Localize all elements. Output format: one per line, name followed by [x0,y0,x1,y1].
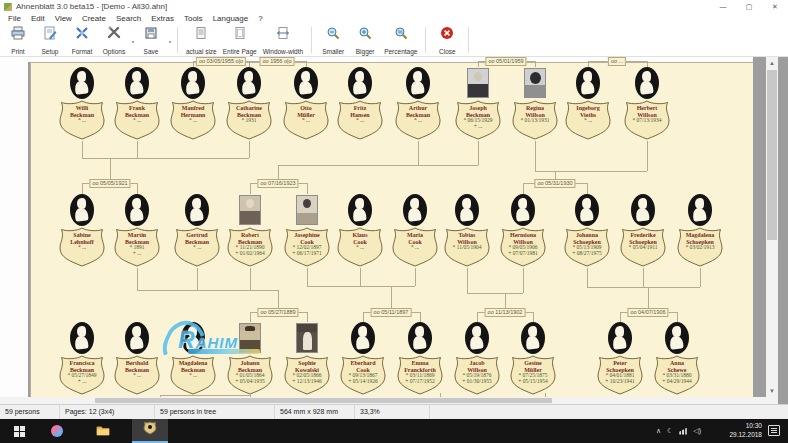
person-birth: * 05/04/1911 [619,245,667,251]
taskbar-file-explorer[interactable] [86,419,120,443]
chevron-up-icon[interactable]: ∧ [656,427,661,435]
print-preview-area: WilliBeckman* ...FrankBeckman* ...Manfre… [0,57,788,404]
person-text: SophieKowalski* 02/05/1866+ 12/13/1946 [283,360,331,385]
person-text: MariaCook* ... [391,232,439,251]
menubar: FileEditViewCreateSearchExtrasToolsLangu… [0,13,788,24]
menu-item-create[interactable]: Create [77,13,111,24]
app-logo-icon [4,3,12,11]
menu-item-language[interactable]: Language [208,13,254,24]
menu-item-tools[interactable]: Tools [179,13,208,24]
toolbar-button-percentage[interactable]: %Percentage [381,24,420,56]
tree-connector-line [420,312,421,322]
svg-text:%: % [398,29,403,35]
toolbar-label: Entire Page [223,48,257,55]
scroll-up-icon[interactable]: ▲ [766,57,778,69]
volume-icon[interactable]: ◁) [693,427,701,435]
silhouette-portrait-icon [608,322,632,354]
toolbar-separator [468,27,469,53]
page-setup-icon [43,26,57,40]
person-death: + 01/30/1955 [453,379,501,385]
person-text: FritzHansen* ... [336,105,384,124]
person-text: PeterSchoepken* 04/01/1881+ 10/23/1941 [596,360,644,385]
marriage-label: oo 1956 o|o [260,57,295,66]
marriage-label: oo 05/27/1889 [257,308,298,317]
taskbar-clock[interactable]: 10:30 29.12.2018 [710,421,762,439]
toolbar-button-save[interactable]: Save [135,24,167,56]
start-button[interactable] [4,419,34,443]
tree-connector-line [415,268,416,286]
vertical-scrollbar[interactable]: ▲ ▼ [766,57,778,404]
taskbar-app-colors[interactable] [40,419,74,443]
horizontal-scrollbar[interactable] [0,397,766,404]
zoom-out-icon [326,26,340,40]
person-death: + 04/29/1944 [653,379,701,385]
tree-connector-line [535,61,536,67]
person-birth: * ... [169,118,217,124]
silhouette-portrait-icon [635,67,659,99]
toolbar-button-options[interactable]: Options [98,24,130,56]
network-icon[interactable] [679,428,687,435]
toolbar-button-smaller[interactable]: Smaller [317,24,349,56]
silhouette-portrait-icon [351,322,375,354]
person-text: JohannaSchoepken* 05/13/1909+ 08/27/1975 [563,232,611,257]
window-controls: —▢✕ [710,0,788,13]
system-tray: ∧☾◁) [653,419,704,443]
taskbar-ahnenblatt[interactable] [132,419,168,443]
menu-item-extras[interactable]: Extras [146,13,179,24]
toolbar-label: Window-width [263,48,303,55]
close-window-icon[interactable]: ✕ [762,0,788,13]
menu-item-view[interactable]: View [50,13,77,24]
person-birth: * 11/05/1904 [443,245,491,251]
tree-connector-line [363,312,364,322]
person-text: FrankBeckman* ... [113,105,161,124]
page-width-icon [276,26,290,40]
toolbar-button-bigger[interactable]: Bigger [349,24,381,56]
menu-item-edit[interactable]: Edit [26,13,50,24]
toolbar-button-actual-size[interactable]: actual size [183,24,220,56]
toolbar-button-entire-page[interactable]: Entire Page [220,24,260,56]
vertical-scrollbar-thumb[interactable] [767,70,777,240]
tree-connector-line [647,141,648,171]
person-text: CatharineBeckman* 1931 [225,105,273,124]
toolbar-label: Print [11,48,24,55]
toolbar-button-print[interactable]: Print [2,24,34,56]
person-death: + ... [454,124,502,130]
moon-icon[interactable]: ☾ [667,427,673,435]
toolbar-separator [425,27,426,53]
toolbar-button-window-width[interactable]: Window-width [260,24,306,56]
toolbar-button-format[interactable]: Format [66,24,98,56]
person-text: MartinBeckman* 1891+ ... [113,232,161,257]
menu-item-search[interactable]: Search [111,13,146,24]
file-explorer-icon [96,422,110,440]
minimize-window-icon[interactable]: — [710,0,736,13]
scroll-down-icon[interactable]: ▼ [766,385,778,397]
horizontal-scrollbar-thumb[interactable] [95,398,552,403]
tree-connector-line [535,171,647,172]
toolbar-button-setup[interactable]: Setup [34,24,66,56]
person-death: + 12/13/1946 [283,379,331,385]
toolbar-label: Close [439,48,456,55]
tree-connector-line [477,312,478,322]
toolbar-label: Format [72,48,93,55]
action-center-icon[interactable] [768,425,780,436]
person-birth: * ... [58,245,106,251]
page-entire-icon [233,26,247,40]
tree-connector-line [643,268,644,287]
menu-item-file[interactable]: File [3,13,26,24]
maximize-window-icon[interactable]: ▢ [736,0,762,13]
menu-item-help[interactable]: ? [253,13,267,24]
person-death: + ... [113,251,161,257]
marriage-label: oo 11/13/1902 [485,308,526,317]
person-text: EberhardCook* 09/13/1867+ 05/14/1926 [339,360,387,385]
toolbar-label: Options [103,48,125,55]
tree-connector-line [648,287,649,308]
toolbar-button-close[interactable]: Close [431,24,463,56]
marriage-label: oo 07/16/1923 [257,179,298,188]
silhouette-portrait-icon [70,194,94,226]
person-death: + 08/27/1975 [563,251,611,257]
person-text: TobiasWillson* 11/05/1904 [443,232,491,251]
silhouette-portrait-icon [465,322,489,354]
tree-connector-line [137,141,138,158]
silhouette-portrait-icon [576,67,600,99]
statusbar-cell-1: Pages: 12 (3x4) [60,405,155,419]
